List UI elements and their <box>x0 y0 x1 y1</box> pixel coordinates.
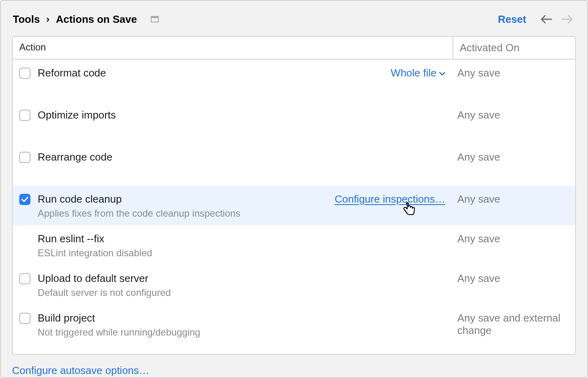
configure-inspections-link[interactable]: Configure inspections… <box>335 193 445 205</box>
row-optimize-imports: Optimize imports Any save <box>13 102 575 144</box>
svg-rect-1 <box>151 16 158 18</box>
action-title: Optimize imports <box>38 109 451 121</box>
breadcrumb-editor-icon[interactable] <box>151 16 159 22</box>
back-arrow-icon[interactable] <box>538 11 554 27</box>
checkbox-upload-default-server[interactable] <box>19 273 30 284</box>
action-subtitle: ESLint integration disabled <box>38 247 451 259</box>
forward-arrow-icon <box>559 11 575 27</box>
footer: Configure autosave options… <box>1 355 587 378</box>
breadcrumb-parent[interactable]: Tools <box>13 13 40 26</box>
configure-autosave-link[interactable]: Configure autosave options… <box>12 364 150 376</box>
action-subtitle: Not triggered while running/debugging <box>38 327 451 338</box>
actions-table: Action Activated On Reformat code Whole … <box>12 36 576 355</box>
row-reformat-code: Reformat code Whole file Any save <box>13 60 575 102</box>
activated-on-value: Any save <box>451 67 574 79</box>
breadcrumb-current: Actions on Save <box>56 13 137 26</box>
activated-on-value: Any save <box>451 193 574 219</box>
row-run-eslint-fix: Run eslint --fix ESLint integration disa… <box>13 225 575 265</box>
header: Tools › Actions on Save Reset <box>1 1 587 36</box>
reformat-scope-label: Whole file <box>391 67 436 79</box>
checkbox-build-project[interactable] <box>19 313 30 324</box>
activated-on-value: Any save <box>451 109 574 121</box>
activated-on-value: Any save <box>451 272 574 298</box>
action-title: Run eslint --fix <box>38 233 451 245</box>
settings-window: Tools › Actions on Save Reset Action Act… <box>0 0 588 378</box>
column-header-activated: Activated On <box>453 37 575 59</box>
action-subtitle: Default server is not configured <box>38 287 451 298</box>
action-title: Upload to default server <box>38 272 451 285</box>
action-title: Run code cleanup <box>38 193 335 205</box>
action-subtitle: Applies fixes from the code cleanup insp… <box>38 208 335 219</box>
row-build-project: Build project Not triggered while runnin… <box>13 305 575 354</box>
table-header: Action Activated On <box>13 37 575 60</box>
checkbox-optimize-imports[interactable] <box>19 110 30 121</box>
breadcrumb: Tools › Actions on Save <box>13 13 159 26</box>
action-title: Build project <box>38 312 451 324</box>
checkbox-run-code-cleanup[interactable] <box>19 194 30 205</box>
checkbox-reformat-code[interactable] <box>19 68 30 79</box>
reset-button[interactable]: Reset <box>498 13 526 26</box>
action-title: Reformat code <box>38 67 391 79</box>
activated-on-value: Any save and external change <box>451 312 574 338</box>
reformat-scope-dropdown[interactable]: Whole file <box>391 67 445 79</box>
chevron-down-icon <box>439 68 445 78</box>
row-upload-default-server: Upload to default server Default server … <box>13 265 575 305</box>
chevron-right-icon: › <box>46 14 49 25</box>
activated-on-value: Any save <box>451 233 574 259</box>
activated-on-value: Any save <box>451 151 574 163</box>
row-rearrange-code: Rearrange code Any save <box>13 144 575 186</box>
checkbox-rearrange-code[interactable] <box>19 152 30 163</box>
row-run-code-cleanup: Run code cleanup Applies fixes from the … <box>13 186 575 225</box>
column-header-action: Action <box>13 37 453 59</box>
action-title: Rearrange code <box>38 151 451 163</box>
